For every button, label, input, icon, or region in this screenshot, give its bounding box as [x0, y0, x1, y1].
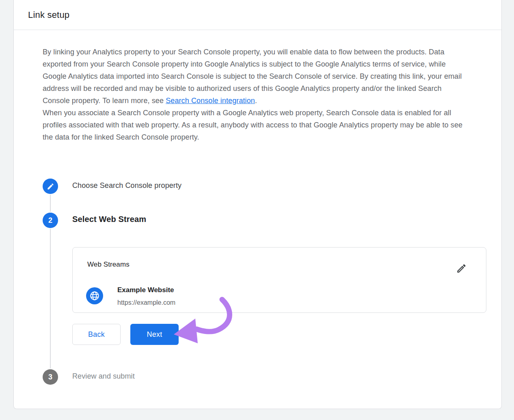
edit-pencil-icon[interactable] [456, 263, 467, 274]
step-connector-line [50, 229, 51, 368]
back-button-label: Back [88, 330, 105, 339]
page-background: Link setup By linking your Analytics pro… [0, 0, 514, 420]
web-stream-name: Example Website [117, 286, 174, 294]
step1-label: Choose Search Console property [72, 181, 181, 190]
step-connector-line [50, 195, 51, 212]
panel-header: Link setup [14, 0, 501, 30]
step3-number: 3 [48, 373, 52, 381]
step3-label: Review and submit [72, 372, 135, 381]
link-setup-panel: Link setup By linking your Analytics pro… [13, 0, 502, 409]
intro-text-part1: By linking your Analytics property to yo… [43, 48, 462, 105]
step1-indicator[interactable] [43, 179, 58, 194]
intro-text-part2: . [255, 97, 257, 105]
next-button[interactable]: Next [130, 324, 179, 345]
step3-indicator: 3 [43, 369, 58, 385]
page-title: Link setup [28, 10, 69, 20]
next-button-label: Next [147, 330, 162, 339]
back-button[interactable]: Back [72, 324, 121, 345]
globe-icon [86, 287, 103, 304]
web-streams-card: Web Streams Example Website https://exam… [72, 247, 486, 313]
intro-text-paragraph2: When you associate a Search Console prop… [43, 107, 470, 143]
step2-indicator: 2 [43, 213, 58, 228]
pencil-icon [47, 183, 54, 190]
web-stream-url: https://example.com [117, 299, 175, 306]
intro-text: By linking your Analytics property to yo… [43, 46, 470, 143]
web-streams-title: Web Streams [87, 261, 130, 269]
search-console-integration-link[interactable]: Search Console integration [166, 97, 255, 105]
step2-number: 2 [48, 216, 52, 225]
step2-label: Select Web Stream [72, 215, 146, 224]
